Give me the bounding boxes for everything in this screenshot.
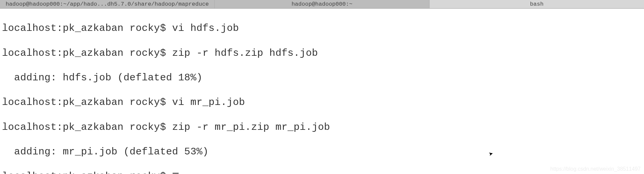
terminal-line: adding: hdfs.job (deflated 18%) xyxy=(2,72,642,84)
terminal-line: localhost:pk_azkaban rocky$ vi mr_pi.job xyxy=(2,96,642,109)
tab-hadoop-mapreduce[interactable]: hadoop@hadoop000:~/app/hado...dh5.7.0/sh… xyxy=(0,0,215,8)
terminal-output[interactable]: localhost:pk_azkaban rocky$ vi hdfs.job … xyxy=(0,9,644,174)
tab-bash[interactable]: bash xyxy=(430,0,644,8)
terminal-line: localhost:pk_azkaban rocky$ xyxy=(2,170,642,174)
tab-hadoop-home[interactable]: hadoop@hadoop000:~ xyxy=(215,0,430,8)
prompt-line: localhost:pk_azkaban rocky$ xyxy=(2,171,172,174)
tab-bar: hadoop@hadoop000:~/app/hado...dh5.7.0/sh… xyxy=(0,0,644,9)
cursor-icon xyxy=(173,173,179,174)
terminal-line: localhost:pk_azkaban rocky$ zip -r mr_pi… xyxy=(2,121,642,133)
terminal-line: localhost:pk_azkaban rocky$ vi hdfs.job xyxy=(2,22,642,35)
terminal-line: localhost:pk_azkaban rocky$ zip -r hdfs.… xyxy=(2,47,642,59)
terminal-line: adding: mr_pi.job (deflated 53%) xyxy=(2,146,642,158)
watermark-text: https://blog.csdn.net/weixin_38511497 xyxy=(550,166,641,172)
